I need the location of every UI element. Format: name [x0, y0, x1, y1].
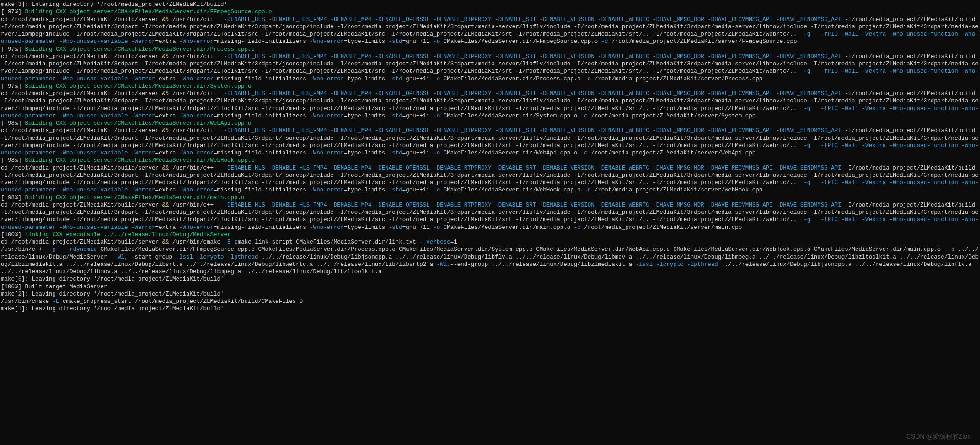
terminal-output: make[3]: Entering directory '/root/media…: [1, 1, 979, 313]
make-leave-3: make[3]: Leaving directory '/root/media_…: [1, 275, 979, 283]
build-step-header: [ 97%] Building CXX object server/CMakeF…: [1, 46, 979, 53]
make-leave-1: make[1]: Leaving directory '/root/media_…: [1, 305, 979, 313]
compile-cmd: cd /root/media_project/ZLMediaKit/build/…: [1, 53, 979, 83]
cmake-progress: /usr/bin/cmake -E cmake_progress_start /…: [1, 298, 979, 305]
compile-cmd: cd /root/media_project/ZLMediaKit/build/…: [1, 164, 979, 194]
link-script: cd /root/media_project/ZLMediaKit/build/…: [1, 238, 979, 246]
compile-cmd: cd /root/media_project/ZLMediaKit/build/…: [1, 201, 979, 231]
build-step-header: [ 97%] Building CXX object server/CMakeF…: [1, 8, 979, 16]
compile-cmd: cd /root/media_project/ZLMediaKit/build/…: [1, 90, 979, 120]
build-step-header: [ 97%] Building CXX object server/CMakeF…: [1, 83, 979, 90]
link-header: [100%] Linking CXX executable ../../rele…: [1, 231, 979, 238]
build-step-header: [ 98%] Building CXX object server/CMakeF…: [1, 120, 979, 127]
compile-cmd: cd /root/media_project/ZLMediaKit/build/…: [1, 127, 979, 157]
link-cmd: /usr/bin/c++ -g -rdynamic CMakeFiles/Med…: [1, 246, 979, 275]
make-enter: make[3]: Entering directory '/root/media…: [1, 1, 979, 8]
build-step-header: [ 98%] Building CXX object server/CMakeF…: [1, 194, 979, 201]
build-step-header: [ 98%] Building CXX object server/CMakeF…: [1, 157, 979, 164]
built-target: [100%] Built target MediaServer: [1, 283, 979, 291]
watermark: CSDN @爱编程的Zion: [906, 432, 971, 440]
compile-cmd: cd /root/media_project/ZLMediaKit/build/…: [1, 16, 979, 46]
make-leave-2: make[2]: Leaving directory '/root/media_…: [1, 291, 979, 298]
